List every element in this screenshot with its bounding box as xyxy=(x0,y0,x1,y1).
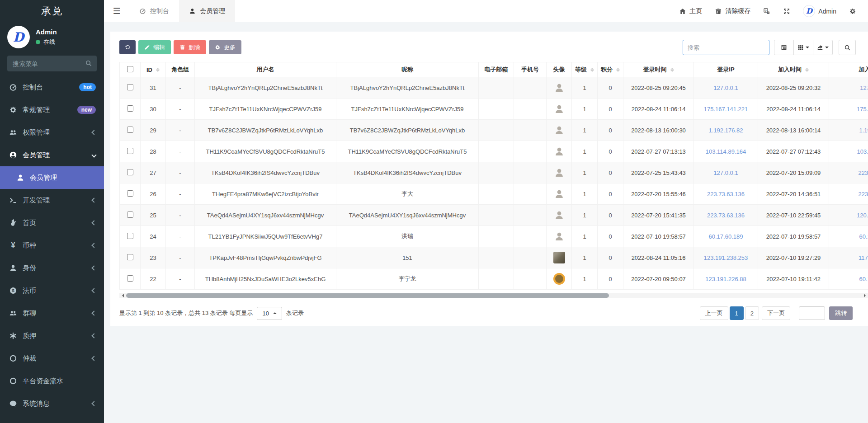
login_ip-link[interactable]: 60.17.60.189 xyxy=(709,233,743,240)
login_ip-link[interactable]: 103.114.89.164 xyxy=(706,148,746,155)
row-checkbox[interactable] xyxy=(127,212,133,218)
sidebar-item-首页[interactable]: 首页 xyxy=(0,212,104,234)
join_ip-link[interactable]: 60.17. xyxy=(859,276,868,282)
join_ip-link[interactable]: 120.235 xyxy=(857,212,868,219)
page-button-1[interactable]: 1 xyxy=(730,306,744,320)
login_ip-link[interactable]: 123.191.226.88 xyxy=(705,276,746,282)
sidebar-item-币种[interactable]: ¥币种 xyxy=(0,234,104,257)
horizontal-scrollbar[interactable] xyxy=(119,293,868,298)
row-checkbox[interactable] xyxy=(127,169,133,175)
column-header-level[interactable]: 等级 xyxy=(572,62,598,77)
avatar-person-icon[interactable] xyxy=(553,188,565,200)
tab-member-management[interactable]: 会员管理 xyxy=(179,0,235,22)
login_ip-link[interactable]: 223.73.63.136 xyxy=(707,212,745,219)
join_ip-link[interactable]: 60.17. xyxy=(859,233,868,240)
tab-label: 会员管理 xyxy=(200,7,225,15)
avatar-coin-icon[interactable] xyxy=(553,273,565,285)
toggle-view-button[interactable] xyxy=(774,40,794,55)
join_ip-link[interactable]: 103.114 xyxy=(857,148,868,155)
settings-button[interactable] xyxy=(849,8,856,15)
username-cell: TBjALghvoY2hYnQRLp2ChneE5azbJ8NkTt xyxy=(195,77,336,99)
sidebar-item-label: 开发管理 xyxy=(23,196,92,205)
row-checkbox[interactable] xyxy=(127,233,133,239)
sidebar-item-质押[interactable]: 质押 xyxy=(0,324,104,347)
tab-dashboard[interactable]: 控制台 xyxy=(129,0,179,22)
avatar-person-icon[interactable] xyxy=(553,82,565,94)
sidebar-item-常规管理[interactable]: 常规管理new xyxy=(0,99,104,121)
avatar-person-icon[interactable] xyxy=(553,209,565,221)
join_time-cell: 2022-08-25 09:20:32 xyxy=(758,77,829,99)
login_ip-link[interactable]: 1.192.176.82 xyxy=(709,127,743,134)
login_time-cell: 2022-07-10 19:58:57 xyxy=(623,226,694,247)
username-cell: TAeQd4ASejmU4XY1sqJ6xv44szmNjMHcgv xyxy=(195,205,336,226)
edit-button[interactable]: 编辑 xyxy=(138,40,171,54)
login_ip-link[interactable]: 223.73.63.136 xyxy=(707,191,745,197)
sidebar-subitem-会员管理[interactable]: 会员管理 xyxy=(0,166,104,189)
export-button[interactable] xyxy=(813,40,833,55)
more-button[interactable]: 更多 xyxy=(209,40,241,54)
scroll-right-button[interactable] xyxy=(862,293,868,298)
avatar-person-icon[interactable] xyxy=(553,167,565,179)
column-header-login_time[interactable]: 登录时间 xyxy=(623,62,694,77)
home-button[interactable]: 主页 xyxy=(679,7,702,15)
row-checkbox[interactable] xyxy=(127,148,133,154)
search-submit-button[interactable] xyxy=(839,40,856,55)
column-header-score[interactable]: 积分 xyxy=(598,62,623,77)
join_ip-link[interactable]: 175.167 xyxy=(857,106,868,113)
sidebar-item-label: 控制台 xyxy=(23,83,79,92)
row-select-cell xyxy=(120,226,141,247)
jump-page-input[interactable] xyxy=(799,306,825,320)
sidebar-item-权限管理[interactable]: 权限管理 xyxy=(0,121,104,144)
admin-menu[interactable]: D Admin xyxy=(803,5,836,17)
row-checkbox[interactable] xyxy=(127,105,133,112)
column-header-join_time[interactable]: 加入时间 xyxy=(758,62,829,77)
language-button[interactable]: 文A xyxy=(763,8,770,15)
sidebar-search-input[interactable] xyxy=(7,56,97,71)
sidebar-item-法币[interactable]: S法币 xyxy=(0,279,104,302)
select-all-checkbox[interactable] xyxy=(127,66,133,72)
avatar-person-icon[interactable] xyxy=(553,103,565,115)
sidebar-item-仲裁[interactable]: 仲裁 xyxy=(0,347,104,370)
next-page-button[interactable]: 下一页 xyxy=(762,306,790,320)
sidebar-item-控制台[interactable]: 控制台hot xyxy=(0,76,104,99)
table-search-input[interactable] xyxy=(683,40,769,55)
login_ip-link[interactable]: 123.191.238.253 xyxy=(704,254,748,261)
row-checkbox[interactable] xyxy=(127,190,133,197)
sidebar-item-开发管理[interactable]: 开发管理 xyxy=(0,189,104,212)
login_ip-link[interactable]: 175.167.141.221 xyxy=(704,106,748,113)
page-size-select[interactable]: 10 xyxy=(257,307,282,320)
scrollbar-thumb[interactable] xyxy=(126,293,609,298)
fullscreen-button[interactable] xyxy=(783,8,790,15)
sidebar-toggle-button[interactable]: ☰ xyxy=(104,0,129,22)
clear-cache-button[interactable]: 清除缓存 xyxy=(715,7,750,15)
join_ip-link[interactable]: 127.0 xyxy=(860,85,868,91)
username-cell: TKsB4DKof4fK36ih2fS4dwvcYzcnjTDBuv xyxy=(195,162,336,183)
jump-button[interactable]: 跳转 xyxy=(829,306,853,320)
avatar-person-icon[interactable] xyxy=(553,230,565,242)
delete-button[interactable]: 删除 xyxy=(174,40,206,54)
sidebar-item-系统消息[interactable]: 系统消息 xyxy=(0,392,104,415)
column-header-id[interactable]: ID xyxy=(141,62,166,77)
row-checkbox[interactable] xyxy=(127,254,133,260)
sidebar-item-会员管理[interactable]: 会员管理 xyxy=(0,144,104,166)
login_ip-link[interactable]: 127.0.0.1 xyxy=(713,169,738,176)
join_ip-link[interactable]: 117.13 xyxy=(859,254,868,261)
scroll-left-button[interactable] xyxy=(119,293,126,298)
sidebar-item-平台资金流水[interactable]: 平台资金流水 xyxy=(0,370,104,392)
join_ip-link[interactable]: 223.73 xyxy=(859,169,868,176)
join_ip-link[interactable]: 1.192. xyxy=(859,127,868,134)
sidebar-item-群聊[interactable]: 群聊 xyxy=(0,302,104,324)
page-button-2[interactable]: 2 xyxy=(745,306,759,320)
login_ip-link[interactable]: 127.0.0.1 xyxy=(713,85,738,91)
refresh-button[interactable] xyxy=(119,40,136,54)
prev-page-button[interactable]: 上一页 xyxy=(700,306,728,320)
avatar-person-icon[interactable] xyxy=(553,146,565,157)
avatar-person-icon[interactable] xyxy=(553,124,565,136)
join_ip-link[interactable]: 223.73 xyxy=(859,191,868,197)
row-checkbox[interactable] xyxy=(127,127,133,133)
sidebar-item-身份[interactable]: 身份 xyxy=(0,257,104,279)
row-checkbox[interactable] xyxy=(127,275,133,282)
columns-button[interactable] xyxy=(793,40,813,55)
row-checkbox[interactable] xyxy=(127,84,133,90)
avatar-photo-icon[interactable] xyxy=(553,252,565,263)
